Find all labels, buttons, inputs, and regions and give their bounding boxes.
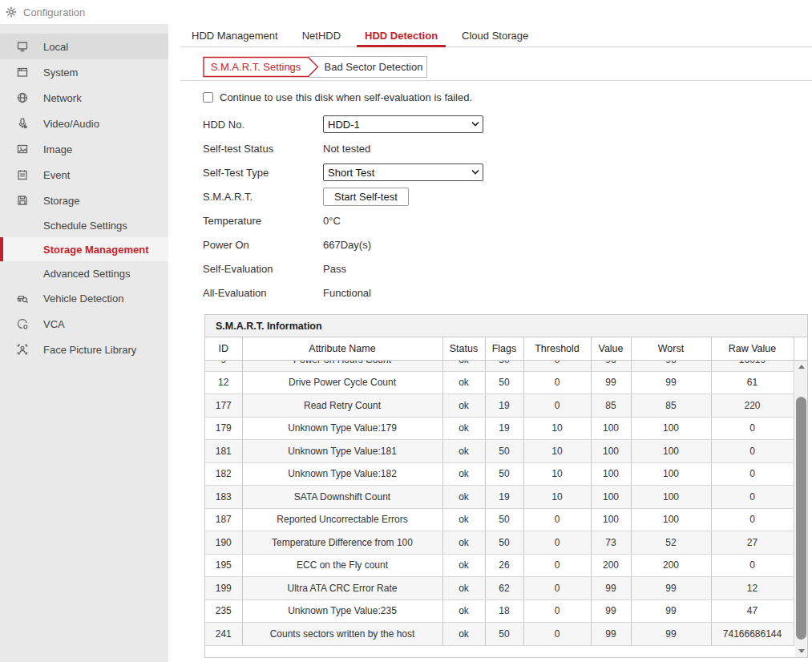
scrollbar-thumb[interactable] [796,397,806,640]
hdd-no-label: HDD No. [203,119,323,131]
table-row: 190Temperature Difference from 100ok5007… [205,531,794,555]
globe-icon [16,91,29,104]
cell: 181 [205,440,242,463]
cell: ok [442,508,485,531]
cell: Drive Power Cycle Count [242,371,442,394]
sidebar-item-system[interactable]: System [0,59,168,85]
cell: Read Retry Count [242,394,442,418]
cell: 187 [205,508,242,531]
self-test-status-label: Self-test Status [203,143,323,155]
self-test-type-select-wrap: Short Test [323,163,483,181]
cell: Unknown Type Value:235 [242,599,442,623]
subtab-label: S.M.A.R.T. Settings [203,56,309,78]
cell: 62 [485,577,523,600]
cell: 50 [485,623,523,646]
cell: 9 [205,361,242,372]
self-test-type-select[interactable]: Short Test [323,163,483,181]
cell: 19 [485,417,523,440]
cell: 0 [523,361,591,372]
cell: 19 [485,394,523,418]
cell: 179 [205,417,242,440]
triangle-up-icon [798,365,805,369]
cell: 0 [523,394,591,418]
scroll-up-button[interactable] [795,361,807,373]
continue-use-disk-checkbox[interactable] [203,92,213,103]
cell: 100 [631,508,711,531]
microphone-icon [16,117,29,130]
sidebar-item-video-audio[interactable]: Video/Audio [0,111,168,136]
cell: 99 [631,599,711,623]
temperature-value: 0°C [323,215,341,227]
cell: 50 [485,508,523,531]
smart-start-button[interactable]: Start Self-test [323,188,409,206]
cell: ok [442,462,485,486]
table-row: 199Ultra ATA CRC Error Rateok620999912 [205,577,794,600]
table-row: 182Unknown Type Value:182ok50101001000 [205,462,794,486]
tab-bar: HDD ManagementNetHDDHDD DetectionCloud S… [180,26,812,47]
cell: 241 [205,623,242,646]
sidebar-item-label: Local [43,41,68,53]
cell: ok [442,440,485,463]
sidebar-item-advanced-settings[interactable]: Advanced Settings [0,261,168,285]
table-scrollbar[interactable] [795,361,807,657]
cell: Power-on Hours Count [242,361,442,372]
table-row: 183SATA Downshift Countok19101001000 [205,486,794,509]
all-evaluation-value: Functional [323,287,371,299]
sidebar-item-label: Face Picture Library [43,344,136,356]
calendar-icon [16,168,29,181]
continue-use-disk-label: Continue to use this disk when self-eval… [220,91,472,103]
cell: 50 [485,371,523,394]
cell: 235 [205,599,242,623]
monitor-icon [16,40,29,53]
form-row-hdd-no: HDD No.HDD-1 [203,112,572,136]
sidebar-item-event[interactable]: Event [0,162,168,188]
cell: 0 [523,577,591,600]
sidebar-item-vca[interactable]: VCA [0,311,168,337]
cell: 61 [711,371,794,394]
sidebar-item-face-picture-library[interactable]: Face Picture Library [0,337,168,362]
sidebar-item-local[interactable]: Local [0,34,168,59]
cell: 100 [591,508,631,531]
hdd-no-select-wrap: HDD-1 [323,115,483,133]
sidebar-item-schedule-settings[interactable]: Schedule Settings [0,213,168,237]
cell: Ultra ATA CRC Error Rate [242,577,442,600]
cell: Unknown Type Value:182 [242,462,442,486]
tab-hdd-management[interactable]: HDD Management [190,26,280,46]
cell: 99 [591,623,631,646]
sidebar-item-image[interactable]: Image [0,136,168,162]
cell: 100 [631,486,711,509]
form-row-all-evaluation: All-EvaluationFunctional [203,281,572,305]
sidebar-item-vehicle-detection[interactable]: Vehicle Detection [0,285,168,311]
cell: 200 [591,554,631,577]
smart-form: HDD No.HDD-1Self-test StatusNot testedSe… [203,112,572,305]
tab-cloud-storage[interactable]: Cloud Storage [460,26,530,46]
cell: 12 [711,577,794,600]
cell: 96 [631,361,711,372]
cell: 99 [591,599,631,623]
cell: ok [442,417,485,440]
cell: 0 [711,417,794,440]
sidebar: LocalSystemNetworkVideo/AudioImageEventS… [0,24,168,662]
table-row: 12Drive Power Cycle Countok500999961 [205,371,794,394]
hdd-no-select[interactable]: HDD-1 [323,115,483,133]
power-on-label: Power On [203,239,323,251]
smart-table-body-viewport: 9Power-on Hours Countok50096961601912Dri… [205,361,807,657]
column-header-attribute-name: Attribute Name [242,337,442,360]
cell: 50 [485,440,523,463]
cell: 73 [591,531,631,555]
scroll-down-button[interactable] [795,645,807,657]
self-evaluation-value: Pass [323,263,346,275]
cell: 99 [631,623,711,646]
cell: 0 [523,531,591,555]
cell: 50 [485,531,523,555]
sidebar-item-network[interactable]: Network [0,85,168,111]
subtab-smart-settings[interactable]: S.M.A.R.T. Settings [203,56,319,78]
cell: ok [442,361,485,372]
sidebar-item-storage[interactable]: Storage [0,188,168,213]
cell: 10 [523,417,591,440]
sidebar-item-storage-management[interactable]: Storage Management [0,237,168,261]
column-header-raw-value: Raw Value [711,337,794,360]
tab-hdd-detection[interactable]: HDD Detection [363,26,439,46]
tab-nethdd[interactable]: NetHDD [301,26,342,46]
subtab-bad-sector-detection[interactable]: Bad Sector Detection [309,56,427,78]
